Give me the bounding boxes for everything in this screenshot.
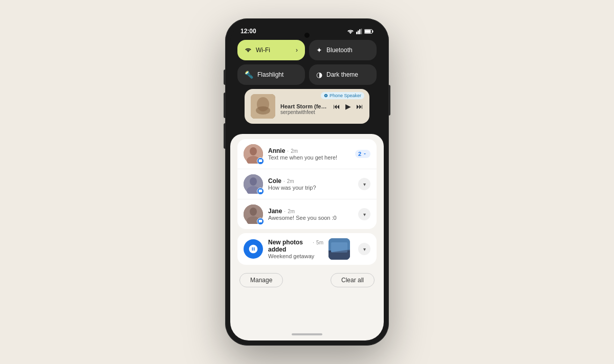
- media-prev-button[interactable]: ⏮: [333, 102, 340, 110]
- status-time: 12:00: [240, 28, 256, 35]
- media-artist: serpentwithfeet: [280, 109, 328, 115]
- annie-notification-action: 2: [355, 150, 370, 158]
- notification-panel: Annie · 2m Text me when you get here! 2: [230, 134, 384, 328]
- annie-message: Text me when you get here!: [268, 154, 350, 161]
- media-output-label: Phone Speaker: [330, 93, 361, 98]
- flashlight-icon: 🔦: [245, 71, 253, 79]
- photos-notification[interactable]: New photos added · 5m Weekend getaway: [237, 233, 377, 265]
- annie-app-badge: [257, 157, 264, 165]
- svg-rect-6: [365, 30, 371, 33]
- media-art: [251, 94, 275, 119]
- wifi-tile-label: Wi-Fi: [256, 47, 270, 54]
- dark-theme-tile[interactable]: ◑ Dark theme: [309, 64, 377, 85]
- svg-point-9: [256, 106, 270, 115]
- dark-theme-icon: ◑: [316, 71, 322, 79]
- cole-message: How was your trip?: [268, 185, 353, 191]
- side-btn-left1: [224, 70, 226, 85]
- svg-rect-5: [372, 30, 374, 32]
- media-controls: ⏮ ▶ ⏭: [333, 102, 363, 110]
- photos-icon: [244, 239, 263, 259]
- jane-time: 2m: [288, 209, 295, 214]
- cole-app-badge: [257, 188, 264, 195]
- annie-content: Annie · 2m Text me when you get here!: [268, 147, 350, 161]
- flashlight-tile-label: Flashlight: [257, 71, 283, 78]
- annie-name: Annie: [268, 147, 285, 154]
- svg-rect-2: [359, 29, 360, 34]
- messages-notification-group: Annie · 2m Text me when you get here! 2: [237, 139, 377, 229]
- wifi-chevron-icon: ›: [296, 47, 298, 54]
- annie-avatar: [244, 144, 263, 164]
- jane-app-badge: [257, 218, 264, 225]
- wifi-status-icon: [347, 29, 354, 34]
- side-btn-left2: [224, 93, 226, 118]
- cole-time: 2m: [287, 178, 294, 184]
- side-btn-left3: [224, 123, 226, 149]
- media-next-button[interactable]: ⏭: [356, 102, 363, 110]
- jane-chevron-button[interactable]: ▾: [358, 208, 370, 220]
- cole-dot: ·: [283, 178, 285, 184]
- notification-bottom-actions: Manage Clear all: [237, 269, 377, 290]
- side-btn-right: [388, 85, 390, 116]
- clear-all-button[interactable]: Clear all: [331, 273, 375, 287]
- bluetooth-icon: ✦: [316, 46, 322, 54]
- photos-subtitle: Weekend getaway: [268, 253, 323, 259]
- wifi-tile[interactable]: Wi-Fi ›: [237, 40, 305, 60]
- phone-outer: 12:00: [225, 18, 389, 346]
- annie-dot: ·: [287, 148, 289, 154]
- photos-title: New photos added: [268, 239, 311, 253]
- signal-status-icon: [356, 29, 362, 34]
- battery-status-icon: [364, 29, 374, 34]
- manage-button[interactable]: Manage: [239, 273, 283, 287]
- photos-dot: ·: [313, 240, 314, 245]
- photos-chevron-button[interactable]: ▾: [358, 243, 370, 255]
- annie-count-badge: 2: [355, 150, 370, 158]
- cole-notification[interactable]: Cole · 2m How was your trip? ▾: [237, 169, 377, 199]
- jane-name: Jane: [268, 208, 282, 215]
- home-bar: [292, 333, 322, 335]
- photos-content: New photos added · 5m Weekend getaway: [268, 239, 323, 259]
- flashlight-tile[interactable]: 🔦 Flashlight: [237, 64, 305, 85]
- jane-notification-action[interactable]: ▾: [358, 208, 370, 220]
- cole-notification-action[interactable]: ▾: [358, 178, 370, 190]
- jane-dot: ·: [284, 209, 286, 214]
- status-icons: [347, 29, 374, 34]
- svg-point-11: [250, 147, 257, 155]
- media-output-badge[interactable]: Phone Speaker: [321, 92, 364, 99]
- svg-point-14: [250, 177, 257, 186]
- jane-avatar: [244, 204, 263, 224]
- cole-content: Cole · 2m How was your trip?: [268, 177, 353, 191]
- svg-rect-0: [356, 32, 357, 34]
- svg-rect-1: [358, 30, 359, 34]
- bluetooth-tile[interactable]: ✦ Bluetooth: [309, 40, 377, 60]
- jane-message: Awesome! See you soon :0: [268, 215, 353, 221]
- bluetooth-tile-label: Bluetooth: [326, 47, 353, 54]
- photos-thumb: [328, 238, 350, 260]
- media-player: Phone Speaker Heart St: [245, 89, 369, 124]
- svg-point-17: [250, 208, 257, 216]
- annie-time: 2m: [291, 148, 298, 154]
- cole-chevron-button[interactable]: ▾: [358, 178, 370, 190]
- dark-theme-tile-label: Dark theme: [326, 71, 358, 78]
- media-info: Heart Storm (feat.... serpentwithfeet: [280, 98, 328, 115]
- home-indicator: [230, 328, 384, 340]
- svg-rect-3: [361, 29, 362, 34]
- media-title: Heart Storm (feat....: [280, 103, 328, 109]
- cole-avatar: [244, 174, 263, 194]
- camera-hole: [304, 33, 310, 38]
- photos-time: 5m: [316, 240, 323, 245]
- annie-notification[interactable]: Annie · 2m Text me when you get here! 2: [237, 139, 377, 169]
- phone-screen: 12:00: [230, 24, 384, 340]
- jane-notification[interactable]: Jane · 2m Awesome! See you soon :0 ▾: [237, 199, 377, 229]
- quick-settings: Wi-Fi › ✦ Bluetooth 🔦 Flashlight: [230, 37, 384, 134]
- jane-content: Jane · 2m Awesome! See you soon :0: [268, 208, 353, 221]
- cole-name: Cole: [268, 177, 281, 185]
- media-play-button[interactable]: ▶: [345, 102, 351, 110]
- wifi-icon: [245, 46, 252, 54]
